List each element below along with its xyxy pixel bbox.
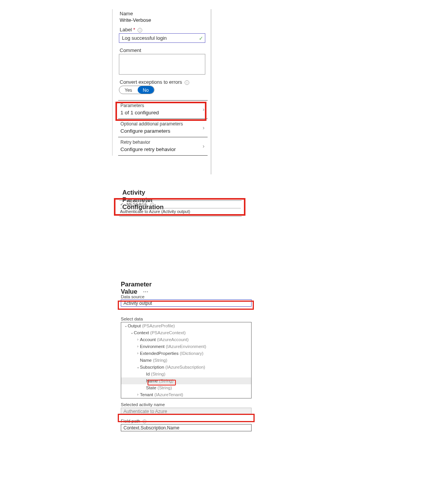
- select-data-label: Select data: [121, 317, 252, 321]
- field-path-input[interactable]: Context.Subscription.Name: [121, 424, 252, 431]
- convert-toggle[interactable]: Yes No: [119, 86, 209, 94]
- chevron-down-icon: ⌄: [136, 364, 140, 371]
- check-icon: ✓: [199, 35, 203, 41]
- field-path-value: Context.Subscription.Name: [123, 425, 179, 431]
- data-source-value: Activity output: [123, 301, 152, 306]
- parameter-value-panel: Data source Activity output Select data …: [121, 294, 252, 431]
- info-icon[interactable]: i: [150, 203, 154, 206]
- convert-label-text: Convert exceptions to errors: [120, 79, 182, 85]
- tree-node-output[interactable]: ⌄Output (PSAzureProfile): [121, 322, 251, 329]
- more-icon[interactable]: ⋯: [143, 289, 149, 295]
- data-source-label: Data source: [121, 294, 252, 299]
- tree-node-extendedproperties[interactable]: ›ExtendedProperties (IDictionary): [121, 350, 251, 357]
- tree-node-subscription-name[interactable]: Name (String): [121, 377, 251, 384]
- chevron-right-icon: ›: [136, 336, 140, 343]
- label-input-value: Log successful login: [122, 35, 167, 41]
- selected-activity-name-label: Selected activity name: [121, 402, 252, 407]
- parameter-value-title: Parameter Value ⋯: [121, 281, 152, 295]
- comment-textarea[interactable]: [119, 54, 205, 75]
- tree-node-subscription-state[interactable]: State (String): [121, 384, 251, 391]
- name-value: Write-Verbose: [120, 17, 209, 23]
- info-icon[interactable]: i: [143, 419, 146, 423]
- info-icon[interactable]: i: [185, 80, 189, 85]
- optional-row-label: Optional additional parameters: [120, 121, 206, 127]
- toggle-no[interactable]: No: [138, 86, 154, 94]
- required-marker: *: [133, 27, 135, 33]
- tree-node-subscription[interactable]: ⌄Subscription (IAzureSubscription): [121, 364, 251, 371]
- tree-node-environment[interactable]: ›Environment (IAzureEnvironment): [121, 343, 251, 350]
- selected-activity-name-value: Authenticate to Azure: [123, 409, 167, 414]
- chevron-right-icon: ›: [203, 124, 205, 131]
- tree-node-subscription-id[interactable]: Id (String): [121, 371, 251, 377]
- chevron-right-icon: ›: [203, 143, 205, 149]
- tree-node-context[interactable]: ⌄Context (PSAzureContext): [121, 329, 251, 336]
- name-label: Name: [120, 11, 209, 16]
- chevron-down-icon: ⌄: [130, 329, 134, 336]
- selected-activity-name-input: Authenticate to Azure: [121, 408, 252, 415]
- retry-row-sub: Configure retry behavior: [120, 146, 206, 152]
- select-data-tree[interactable]: ⌄Output (PSAzureProfile) ⌄Context (PSAzu…: [121, 322, 252, 398]
- parameters-row-label: Parameters: [120, 103, 206, 108]
- message-row[interactable]: ✓ MESSAGE i Authenticate to Azure (Activ…: [119, 200, 242, 216]
- retry-behavior-row[interactable]: Retry behavior Configure retry behavior …: [118, 137, 208, 156]
- panel-right-border: [211, 9, 211, 174]
- label-label-text: Label: [120, 27, 132, 33]
- data-source-select[interactable]: Activity output: [121, 299, 252, 307]
- tree-node-name[interactable]: Name (String): [121, 357, 251, 364]
- optional-row-sub: Configure parameters: [120, 128, 206, 134]
- message-value: Authenticate to Azure (Activity output): [120, 208, 241, 215]
- panel-left-border: [112, 9, 113, 156]
- chevron-right-icon: ›: [136, 350, 140, 357]
- chevron-right-icon: ›: [203, 106, 205, 112]
- retry-row-label: Retry behavior: [120, 140, 206, 145]
- info-icon[interactable]: i: [138, 28, 142, 33]
- chevron-right-icon: ›: [136, 391, 140, 398]
- toggle-yes[interactable]: Yes: [119, 86, 138, 94]
- chevron-right-icon: ›: [136, 343, 140, 350]
- chevron-down-icon: ⌄: [123, 322, 128, 329]
- label-label: Label * i: [120, 27, 209, 33]
- tree-node-account[interactable]: ›Account (IAzureAccount): [121, 336, 251, 343]
- activity-config-panel: Name Write-Verbose Label * i Log success…: [113, 9, 209, 156]
- tree-node-tenant[interactable]: ›Tenant (IAzureTenant): [121, 391, 251, 398]
- field-path-label-text: Field path: [121, 419, 140, 423]
- message-header: MESSAGE: [127, 202, 148, 206]
- parameters-row[interactable]: Parameters 1 of 1 configured ›: [118, 100, 208, 119]
- label-input[interactable]: Log successful login ✓: [119, 33, 205, 43]
- comment-label: Comment: [120, 47, 209, 53]
- field-path-label: Field path i: [121, 419, 252, 423]
- check-icon: ✓: [120, 202, 124, 206]
- parameters-row-sub: 1 of 1 configured: [120, 110, 206, 115]
- convert-label: Convert exceptions to errors i: [120, 79, 209, 85]
- optional-parameters-row[interactable]: Optional additional parameters Configure…: [118, 119, 208, 137]
